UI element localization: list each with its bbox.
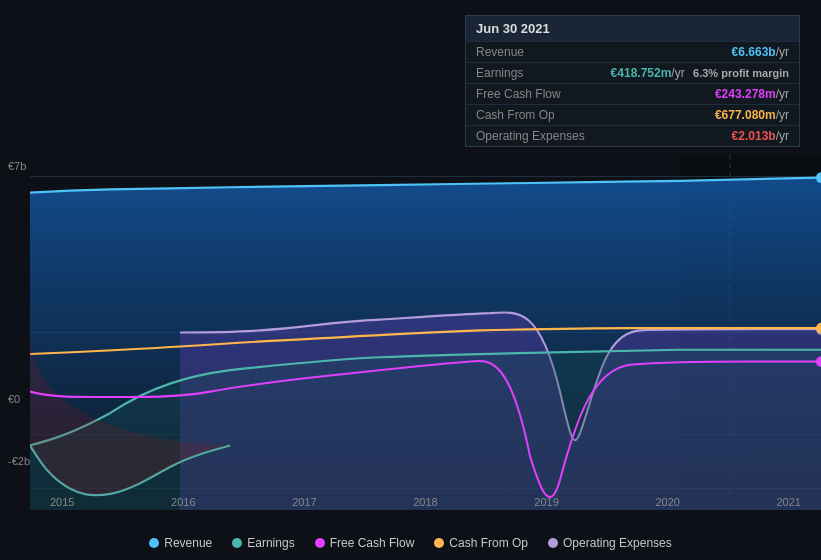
legend-revenue-label: Revenue <box>164 536 212 550</box>
cfop-value: €677.080m/yr <box>715 108 789 122</box>
chart-area: €7b €0 -€2b <box>0 155 821 510</box>
tooltip-revenue-row: Revenue €6.663b/yr <box>466 41 799 62</box>
margin-note: 6.3% profit margin <box>693 67 789 79</box>
x-axis: 2015 2016 2017 2018 2019 2020 2021 <box>30 496 821 508</box>
revenue-dot <box>149 538 159 548</box>
tooltip-cfop-row: Cash From Op €677.080m/yr <box>466 104 799 125</box>
chart-svg <box>30 155 821 510</box>
x-label-2019: 2019 <box>534 496 558 508</box>
earnings-dot <box>232 538 242 548</box>
y-label-0: €0 <box>8 393 20 405</box>
legend-earnings-label: Earnings <box>247 536 294 550</box>
legend-opex-label: Operating Expenses <box>563 536 672 550</box>
legend-opex[interactable]: Operating Expenses <box>548 536 672 550</box>
fcf-label: Free Cash Flow <box>476 87 561 101</box>
x-label-2017: 2017 <box>292 496 316 508</box>
fcf-value: €243.278m/yr <box>715 87 789 101</box>
cfop-label: Cash From Op <box>476 108 555 122</box>
chart-legend: Revenue Earnings Free Cash Flow Cash Fro… <box>0 536 821 550</box>
opex-dot <box>548 538 558 548</box>
fcf-dot <box>315 538 325 548</box>
legend-fcf-label: Free Cash Flow <box>330 536 415 550</box>
tooltip-earnings-row: Earnings €418.752m/yr 6.3% profit margin <box>466 62 799 83</box>
x-label-2015: 2015 <box>50 496 74 508</box>
opex-label: Operating Expenses <box>476 129 585 143</box>
x-label-2016: 2016 <box>171 496 195 508</box>
tooltip-fcf-row: Free Cash Flow €243.278m/yr <box>466 83 799 104</box>
legend-cfop-label: Cash From Op <box>449 536 528 550</box>
x-label-2021: 2021 <box>776 496 800 508</box>
revenue-label: Revenue <box>476 45 524 59</box>
revenue-value: €6.663b/yr <box>732 45 789 59</box>
legend-cfop[interactable]: Cash From Op <box>434 536 528 550</box>
legend-fcf[interactable]: Free Cash Flow <box>315 536 415 550</box>
x-label-2020: 2020 <box>655 496 679 508</box>
y-label-7b: €7b <box>8 160 26 172</box>
earnings-label: Earnings <box>476 66 523 80</box>
y-label-neg2b: -€2b <box>8 455 30 467</box>
x-label-2018: 2018 <box>413 496 437 508</box>
tooltip-panel: Jun 30 2021 Revenue €6.663b/yr Earnings … <box>465 15 800 147</box>
legend-earnings[interactable]: Earnings <box>232 536 294 550</box>
tooltip-opex-row: Operating Expenses €2.013b/yr <box>466 125 799 146</box>
earnings-value: €418.752m/yr 6.3% profit margin <box>611 66 789 80</box>
cfop-dot <box>434 538 444 548</box>
legend-revenue[interactable]: Revenue <box>149 536 212 550</box>
opex-value: €2.013b/yr <box>732 129 789 143</box>
tooltip-date: Jun 30 2021 <box>466 16 799 41</box>
